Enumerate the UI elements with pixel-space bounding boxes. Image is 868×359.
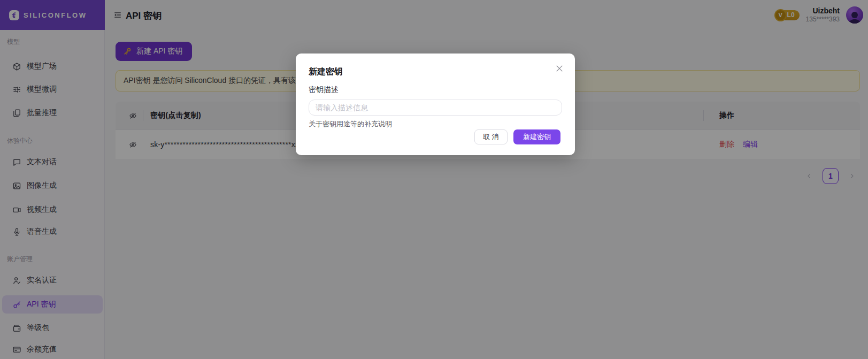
modal-title: 新建密钥 — [309, 66, 562, 78]
key-description-label: 密钥描述 — [309, 85, 562, 95]
confirm-create-key-button[interactable]: 新建密钥 — [513, 129, 560, 144]
key-description-input[interactable] — [309, 100, 562, 116]
modal-buttons: 取 消 新建密钥 — [474, 129, 560, 144]
key-description-helper: 关于密钥用途等的补充说明 — [309, 119, 562, 129]
new-key-modal: 新建密钥 密钥描述 关于密钥用途等的补充说明 取 消 新建密钥 — [296, 54, 575, 155]
close-icon[interactable] — [555, 64, 564, 73]
cancel-button[interactable]: 取 消 — [474, 129, 508, 144]
page: SILICONFLOW 模型 模型广场 模型微调 批量推理 体验中心 文本对话 … — [0, 0, 868, 359]
